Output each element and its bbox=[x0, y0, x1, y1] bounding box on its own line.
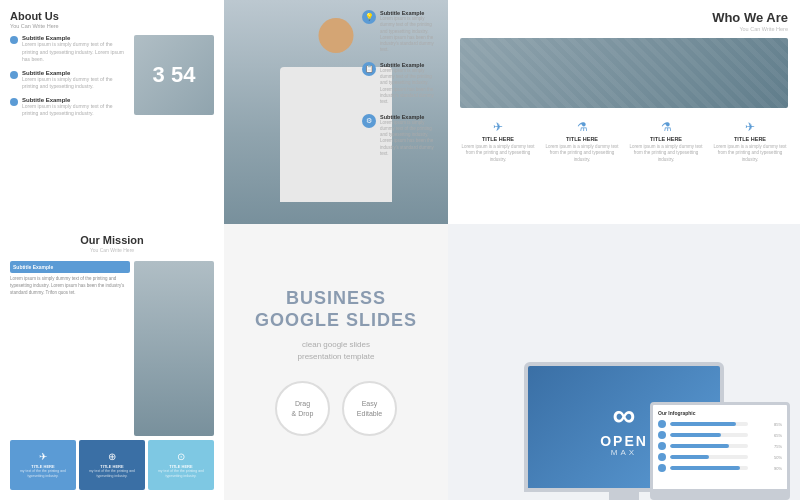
title-col-icon-1: ✈ bbox=[460, 120, 536, 134]
title-col-icon-4: ✈ bbox=[712, 120, 788, 134]
inf-bar-container-2 bbox=[670, 433, 748, 437]
icons-column: 💡 Subtitle Example Lorem ipsum is simply… bbox=[362, 10, 440, 157]
inf-bar-4 bbox=[670, 455, 709, 459]
monitor-wrapper: ∞ OPEN MAX Our Infographic 85% bbox=[448, 234, 800, 500]
inf-icon-5 bbox=[658, 464, 666, 472]
monitor-logo-sub: MAX bbox=[611, 448, 637, 457]
who-we-are-card: Who We Are You Can Write Here ✈ TITLE HE… bbox=[448, 0, 800, 224]
who-we-are-subtitle: You Can Write Here bbox=[460, 26, 788, 32]
about-us-content: Subtitle Example Lorem ipsum is simply d… bbox=[10, 35, 214, 218]
about-us-text: Subtitle Example Lorem ipsum is simply d… bbox=[10, 35, 128, 218]
inf-icon-3 bbox=[658, 442, 666, 450]
about-us-card: About Us You Can Write Here Subtitle Exa… bbox=[0, 0, 224, 224]
biz-badge-drag: Drag& Drop bbox=[275, 381, 330, 436]
biz-badges: Drag& Drop EasyEditable bbox=[275, 381, 397, 436]
icon-text-block-2: Subtitle Example Lorem ipsum is simply d… bbox=[380, 62, 440, 106]
mission-image bbox=[134, 261, 214, 436]
inf-label-2: 65% bbox=[752, 433, 782, 438]
icon-item-2: 📋 Subtitle Example Lorem ipsum is simply… bbox=[362, 62, 440, 106]
laptop-base bbox=[650, 492, 790, 500]
inf-label-4: 50% bbox=[752, 455, 782, 460]
mission-tile-3: ⊙ TITLE HERE my text of the the printing… bbox=[148, 440, 214, 490]
inf-bar-5 bbox=[670, 466, 740, 470]
monitor-logo: ∞ OPEN MAX bbox=[600, 397, 648, 457]
who-we-are-title: Who We Are bbox=[460, 10, 788, 25]
bullet-icon-1 bbox=[10, 36, 18, 44]
mission-subtitle-box: Subtitle Example bbox=[10, 261, 130, 273]
bullet-item-3: Subtitle Example Lorem ipsum is simply d… bbox=[10, 97, 128, 118]
inf-icon-4 bbox=[658, 453, 666, 461]
inf-bar-3 bbox=[670, 444, 729, 448]
monitor-logo-brand: OPEN bbox=[600, 434, 648, 448]
icon-circle-2: 📋 bbox=[362, 62, 376, 76]
laptop-screen: Our Infographic 85% 65% bbox=[650, 402, 790, 492]
business-slides-subtitle: clean google slidespresentation template bbox=[298, 339, 375, 363]
title-col-1: ✈ TITLE HERE Lorem ipsum is a simply dum… bbox=[460, 120, 536, 163]
about-image-number: 3 54 bbox=[153, 62, 196, 88]
title-col-icon-3: ⚗ bbox=[628, 120, 704, 134]
inf-label-5: 90% bbox=[752, 466, 782, 471]
inf-label-1: 85% bbox=[752, 422, 782, 427]
infographic-row-3: 75% bbox=[658, 442, 782, 450]
mission-tiles: ✈ TITLE HERE my text of the the printing… bbox=[10, 440, 214, 490]
mission-tile-icon-1: ✈ bbox=[39, 451, 47, 462]
about-us-image: 3 54 bbox=[134, 35, 214, 115]
mission-tile-2: ⊕ TITLE HERE my text of the the printing… bbox=[79, 440, 145, 490]
monitor-section: ∞ OPEN MAX Our Infographic 85% bbox=[448, 224, 800, 500]
infographic-rows: 85% 65% 75% bbox=[658, 420, 782, 472]
title-col-3: ⚗ TITLE HERE Lorem ipsum is a simply dum… bbox=[628, 120, 704, 163]
title-col-icon-2: ⚗ bbox=[544, 120, 620, 134]
icon-item-1: 💡 Subtitle Example Lorem ipsum is simply… bbox=[362, 10, 440, 54]
infographic-row-4: 50% bbox=[658, 453, 782, 461]
infographic-row-1: 85% bbox=[658, 420, 782, 428]
our-mission-subtitle: You Can Write Here bbox=[10, 247, 214, 253]
title-col-2: ⚗ TITLE HERE Lorem ipsum is a simply dum… bbox=[544, 120, 620, 163]
inf-bar-2 bbox=[670, 433, 721, 437]
monitor-logo-icon: ∞ bbox=[613, 397, 636, 434]
bullet-text-1: Subtitle Example Lorem ipsum is simply d… bbox=[22, 35, 128, 64]
business-slides-card: BUSINESSGOOGLE SLIDES clean google slide… bbox=[224, 224, 448, 500]
mission-tile-icon-3: ⊙ bbox=[177, 451, 185, 462]
mission-tile-icon-2: ⊕ bbox=[108, 451, 116, 462]
inf-label-3: 75% bbox=[752, 444, 782, 449]
mission-content: Subtitle Example Lorem ipsum is simply d… bbox=[10, 261, 214, 436]
bullet-icon-2 bbox=[10, 71, 18, 79]
woman-icons-card: 💡 Subtitle Example Lorem ipsum is simply… bbox=[224, 0, 448, 224]
inf-bar-container-3 bbox=[670, 444, 748, 448]
bullet-icon-3 bbox=[10, 98, 18, 106]
inf-bar-container-5 bbox=[670, 466, 748, 470]
inf-bar-container-4 bbox=[670, 455, 748, 459]
who-we-are-image bbox=[460, 38, 788, 108]
woman-image: 💡 Subtitle Example Lorem ipsum is simply… bbox=[224, 0, 448, 224]
bullet-item-1: Subtitle Example Lorem ipsum is simply d… bbox=[10, 35, 128, 64]
title-col-4: ✈ TITLE HERE Lorem ipsum is a simply dum… bbox=[712, 120, 788, 163]
inf-icon-2 bbox=[658, 431, 666, 439]
business-slides-title: BUSINESSGOOGLE SLIDES bbox=[255, 288, 417, 331]
inf-bar-1 bbox=[670, 422, 736, 426]
mission-desc: Lorem ipsum is simply dummy text of the … bbox=[10, 276, 130, 296]
bullet-text-2: Subtitle Example Lorem ipsum is simply d… bbox=[22, 70, 128, 91]
bullet-item-2: Subtitle Example Lorem ipsum is simply d… bbox=[10, 70, 128, 91]
who-we-are-columns: ✈ TITLE HERE Lorem ipsum is a simply dum… bbox=[460, 120, 788, 163]
mission-tile-1: ✈ TITLE HERE my text of the the printing… bbox=[10, 440, 76, 490]
icon-circle-3: ⚙ bbox=[362, 114, 376, 128]
about-us-title: About Us bbox=[10, 10, 214, 22]
icon-text-block-1: Subtitle Example Lorem ipsum is simply d… bbox=[380, 10, 440, 54]
monitor-stand bbox=[609, 492, 639, 500]
inf-bar-container-1 bbox=[670, 422, 748, 426]
infographic-row-5: 90% bbox=[658, 464, 782, 472]
icon-text-block-3: Subtitle Example Lorem ipsum is simply d… bbox=[380, 114, 440, 158]
icon-item-3: ⚙ Subtitle Example Lorem ipsum is simply… bbox=[362, 114, 440, 158]
woman-face bbox=[319, 18, 354, 53]
infographic-title: Our Infographic bbox=[658, 410, 782, 416]
bullet-text-3: Subtitle Example Lorem ipsum is simply d… bbox=[22, 97, 128, 118]
our-mission-title: Our Mission bbox=[10, 234, 214, 246]
laptop: Our Infographic 85% 65% bbox=[650, 402, 790, 500]
about-us-subtitle: You Can Write Here bbox=[10, 23, 214, 29]
biz-badge-easy: EasyEditable bbox=[342, 381, 397, 436]
icon-circle-1: 💡 bbox=[362, 10, 376, 24]
infographic-row-2: 65% bbox=[658, 431, 782, 439]
inf-icon-1 bbox=[658, 420, 666, 428]
mission-left: Subtitle Example Lorem ipsum is simply d… bbox=[10, 261, 130, 436]
our-mission-card: Our Mission You Can Write Here Subtitle … bbox=[0, 224, 224, 500]
